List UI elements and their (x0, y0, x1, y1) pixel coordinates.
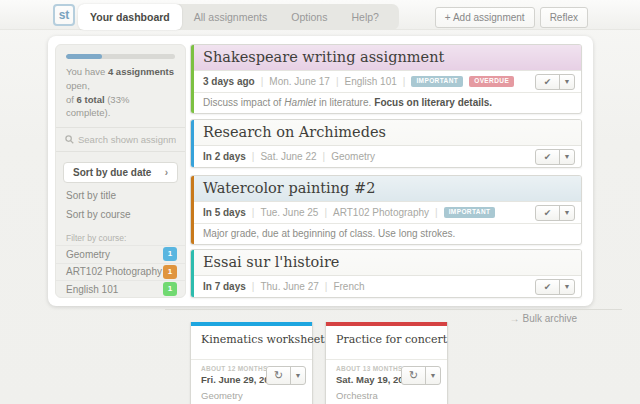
sort-by-course-link[interactable]: Sort by course (56, 205, 185, 224)
assignment-title[interactable]: Shakespeare writing assignment (191, 45, 581, 71)
chevron-right-icon: › (165, 167, 168, 178)
restore-button[interactable]: ↻ (402, 367, 425, 384)
tab-your-dashboard[interactable]: Your dashboard (78, 4, 182, 30)
top-header: st Your dashboard All assignments Option… (0, 0, 640, 30)
assignment-title[interactable]: Research on Archimedes (191, 120, 581, 146)
restore-button[interactable]: ↻ (267, 367, 290, 384)
description-text: in literature. (319, 97, 371, 108)
archived-title[interactable]: Kinematics worksheet (191, 326, 312, 360)
overdue-badge: OVERDUE (469, 76, 514, 87)
tab-all-assignments[interactable]: All assignments (182, 4, 280, 30)
course-name: ART102 Photography (66, 266, 162, 277)
separator: | (252, 207, 255, 218)
archive-divider (165, 309, 622, 310)
sidebar: You have 4 assignments open, of 6 total … (55, 44, 186, 298)
card-actions: ✔ ▼ (535, 205, 575, 221)
course-text: French (333, 281, 364, 292)
separator: | (252, 281, 255, 292)
check-button[interactable]: ✔ (536, 280, 559, 294)
card-actions: ✔ ▼ (535, 149, 575, 165)
check-button[interactable]: ✔ (536, 150, 559, 164)
assignment-meta: 3 days ago | Mon. June 17 | English 101 … (191, 71, 581, 92)
dropdown-button[interactable]: ▼ (559, 206, 574, 220)
separator: | (323, 151, 326, 162)
archived-meta: ABOUT 12 MONTHS AGO Fri. June 29, 2012 G… (191, 360, 312, 404)
progress-fill (66, 54, 102, 59)
assignment-card: Essai sur l'histoire In 7 days | Thu. Ju… (190, 249, 582, 298)
reflex-button[interactable]: Reflex (540, 7, 588, 28)
summary-text: of (66, 94, 74, 105)
dropdown-button[interactable]: ▼ (425, 367, 440, 384)
sort-by-title-link[interactable]: Sort by title (56, 186, 185, 205)
separator: | (336, 76, 339, 87)
course-text: English 101 (345, 76, 397, 87)
card-actions: ↻ ▼ (266, 366, 306, 385)
course-count-badge: 1 (163, 247, 177, 261)
course-name: English 101 (66, 284, 118, 295)
app-logo[interactable]: st (53, 4, 75, 26)
date-text: Mon. June 17 (269, 76, 330, 87)
description-text: Discuss impact of (203, 97, 281, 108)
sort-by-due-date-button[interactable]: Sort by due date › (63, 162, 178, 183)
tab-help[interactable]: Help? (339, 4, 390, 30)
search-icon (65, 135, 74, 144)
date-text: Tue. June 25 (260, 207, 318, 218)
course-text: Geometry (331, 151, 375, 162)
important-badge: IMPORTANT (444, 207, 496, 218)
separator: | (325, 281, 328, 292)
due-text: In 2 days (203, 151, 246, 162)
tab-options[interactable]: Options (279, 4, 339, 30)
assignment-meta: In 5 days | Tue. June 25 | ART102 Photog… (191, 202, 581, 223)
archived-title[interactable]: Practice for concert (326, 326, 447, 360)
date-text: Thu. June 27 (260, 281, 318, 292)
course-filter-english101[interactable]: English 101 1 (56, 280, 185, 298)
assignment-meta: In 7 days | Thu. June 27 | French ✔ ▼ (191, 276, 581, 297)
sort-active-label: Sort by due date (73, 167, 151, 178)
assignment-card: Research on Archimedes In 2 days | Sat. … (190, 119, 582, 168)
separator: | (252, 151, 255, 162)
course-text: ART102 Photography (333, 207, 429, 218)
archived-card: Kinematics worksheet ABOUT 12 MONTHS AGO… (190, 322, 313, 404)
description-italic: Hamlet (284, 97, 316, 108)
dropdown-button[interactable]: ▼ (559, 75, 574, 89)
bulk-archive-link[interactable]: →Bulk archive (510, 313, 577, 324)
course-filter-art102[interactable]: ART102 Photography 1 (56, 263, 185, 281)
dropdown-button[interactable]: ▼ (559, 280, 574, 294)
separator: | (324, 207, 327, 218)
separator: | (403, 76, 406, 87)
separator: | (435, 207, 438, 218)
assignment-meta: In 2 days | Sat. June 22 | Geometry ✔ ▼ (191, 146, 581, 167)
arrow-right-icon: → (510, 313, 520, 324)
filter-by-course-label: Filter by course: (66, 233, 175, 243)
due-text: 3 days ago (203, 76, 255, 87)
course-count-badge: 1 (163, 282, 177, 296)
description-bold: Focus on literary details. (374, 97, 492, 108)
dropdown-button[interactable]: ▼ (290, 367, 305, 384)
description-text: Major grade, due at beginning of class. … (203, 228, 455, 239)
date-text: Sat. June 22 (260, 151, 316, 162)
due-text: In 7 days (203, 281, 246, 292)
due-text: In 5 days (203, 207, 246, 218)
check-button[interactable]: ✔ (536, 75, 559, 89)
summary-text: You have (66, 66, 105, 77)
assignments-summary: You have 4 assignments open, of 6 total … (56, 65, 185, 120)
archived-course: Orchestra (336, 390, 437, 401)
course-filter-geometry[interactable]: Geometry 1 (56, 245, 185, 263)
card-actions: ✔ ▼ (535, 279, 575, 295)
main-tab-bar: Your dashboard All assignments Options H… (78, 4, 399, 30)
dropdown-button[interactable]: ▼ (559, 150, 574, 164)
search-input[interactable] (78, 134, 176, 145)
bulk-archive-label: Bulk archive (523, 313, 577, 324)
assignment-title[interactable]: Essai sur l'histoire (191, 250, 581, 276)
archived-card: Practice for concert ABOUT 13 MONTHS AGO… (325, 322, 448, 404)
archived-meta: ABOUT 13 MONTHS AGO Sat. May 19, 2012 Or… (326, 360, 447, 404)
assignment-title[interactable]: Watercolor painting #2 (191, 176, 581, 202)
open-count: 4 assignments (108, 66, 174, 77)
check-button[interactable]: ✔ (536, 206, 559, 220)
card-actions: ↻ ▼ (401, 366, 441, 385)
summary-text: open, (66, 80, 90, 91)
total-count: 6 total (77, 94, 105, 105)
header-actions: + Add assignment Reflex (435, 7, 588, 28)
add-assignment-button[interactable]: + Add assignment (435, 7, 535, 28)
progress-bar (66, 54, 175, 59)
